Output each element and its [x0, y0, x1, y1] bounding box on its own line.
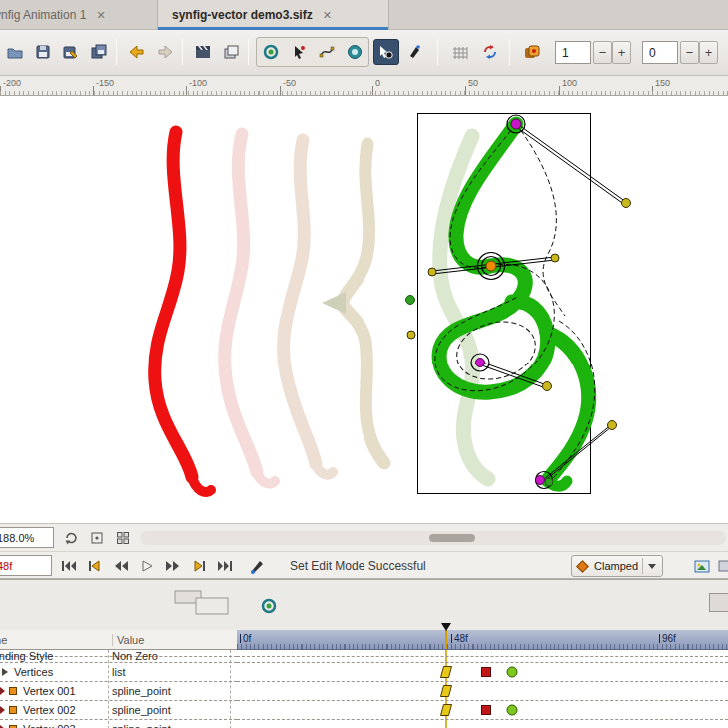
past-onion-minus-button[interactable]: −: [593, 41, 612, 64]
toggle-angle-handles-button[interactable]: [401, 39, 427, 65]
param-row[interactable]: Vertex 001spline_point: [0, 682, 237, 701]
reset-zoom-button[interactable]: [86, 527, 108, 549]
toggle-tangent-handles-button[interactable]: [314, 39, 340, 65]
tangent-handle[interactable]: [551, 254, 559, 262]
radius-handle[interactable]: [545, 478, 553, 486]
onion-skin-button[interactable]: [519, 39, 545, 65]
open-button[interactable]: [2, 39, 28, 65]
param-row[interactable]: Vertex 003spline_point: [0, 720, 237, 728]
interpolation-diamond-icon[interactable]: [9, 706, 17, 714]
clamped-waypoint[interactable]: [440, 704, 452, 716]
tab-vector-demo[interactable]: synfig-vector demo3.sifz ✕: [158, 0, 389, 30]
timetrack-row[interactable]: [237, 663, 728, 682]
future-onion-plus-button[interactable]: +: [699, 41, 718, 64]
timetrack-rows: [237, 650, 728, 728]
render-button[interactable]: [218, 39, 244, 65]
param-value[interactable]: spline_point: [112, 685, 171, 697]
param-value[interactable]: Non Zero: [112, 650, 158, 662]
vertex-handle[interactable]: [536, 476, 545, 485]
tangent-handle[interactable]: [608, 421, 617, 430]
column-header-name[interactable]: Name: [0, 634, 7, 646]
width-handle[interactable]: [407, 331, 415, 339]
tcb-waypoint[interactable]: [506, 704, 518, 716]
save-all-button[interactable]: [86, 39, 112, 65]
constant-waypoint[interactable]: [480, 666, 492, 678]
prev-keyframe-button[interactable]: [82, 555, 108, 577]
toggle-width-handles-button[interactable]: [373, 39, 399, 65]
canvas-workarea[interactable]: [0, 96, 728, 523]
param-name: Vertex 003: [23, 723, 76, 728]
param-row[interactable]: Verticeslist: [0, 663, 237, 682]
tab-animation-1[interactable]: Synfig Animation 1 ✕: [0, 0, 158, 30]
expander-icon[interactable]: [2, 668, 8, 676]
param-value[interactable]: spline_point: [112, 704, 171, 716]
next-frame-button[interactable]: [160, 555, 186, 577]
horizontal-ruler[interactable]: -200-150-100-50050100150: [0, 76, 728, 96]
ghost-arrow: [322, 292, 346, 314]
status-message: Set Edit Mode Successful: [290, 559, 426, 573]
canvas-hscrollbar[interactable]: [140, 531, 726, 545]
toggle-position-handles-button[interactable]: [258, 39, 284, 65]
dock-grip[interactable]: [174, 590, 232, 616]
red-layer[interactable]: [155, 132, 211, 492]
tangent-handle[interactable]: [428, 268, 436, 276]
constant-waypoint[interactable]: [480, 704, 492, 716]
time-cursor-head[interactable]: [441, 623, 451, 631]
timetrack-row[interactable]: [237, 701, 728, 720]
past-onion-spin[interactable]: [555, 41, 591, 64]
close-icon[interactable]: ✕: [323, 9, 332, 22]
refresh-view-button[interactable]: [60, 527, 82, 549]
time-cursor[interactable]: [445, 630, 447, 650]
position-handle[interactable]: [406, 296, 415, 305]
undo-button[interactable]: [124, 39, 150, 65]
timetrack-row[interactable]: [237, 682, 728, 701]
seek-end-button[interactable]: [212, 555, 238, 577]
play-button[interactable]: [134, 555, 160, 577]
toggle-radius-handles-button[interactable]: [342, 39, 367, 65]
timebar[interactable]: 0f48f96f: [237, 630, 728, 650]
cursor-icon: [291, 44, 307, 60]
interpolation-diamond-icon[interactable]: [9, 687, 17, 695]
toolbar-overflow-button[interactable]: [715, 555, 728, 577]
ruler-label: -50: [283, 78, 296, 88]
tab-bar: Synfig Animation 1 ✕ synfig-vector demo3…: [0, 0, 728, 30]
param-row[interactable]: Vertex 002spline_point: [0, 701, 237, 720]
prev-frame-button[interactable]: [108, 555, 134, 577]
past-onion-plus-button[interactable]: +: [612, 41, 631, 64]
param-value[interactable]: spline_point: [112, 723, 171, 728]
panel-menu-button[interactable]: [709, 593, 728, 612]
future-onion-spin[interactable]: [642, 41, 678, 64]
snap-grid-button[interactable]: [477, 39, 503, 65]
scrollbar-handle[interactable]: [429, 534, 475, 542]
fit-canvas-button[interactable]: [112, 527, 134, 549]
default-interpolation-dropdown[interactable]: Clamped: [571, 555, 663, 577]
close-icon[interactable]: ✕: [96, 9, 105, 22]
tcb-waypoint[interactable]: [506, 666, 518, 678]
save-as-button[interactable]: [58, 39, 84, 65]
animate-mode-button[interactable]: [244, 555, 270, 577]
current-time-input[interactable]: [0, 555, 52, 576]
param-value[interactable]: list: [112, 666, 125, 678]
redo-button[interactable]: [152, 39, 178, 65]
seek-begin-button[interactable]: [56, 555, 82, 577]
next-keyframe-button[interactable]: [186, 555, 212, 577]
preview-button[interactable]: [190, 39, 216, 65]
preview-window-button[interactable]: [689, 555, 715, 577]
save-button[interactable]: [30, 39, 56, 65]
toggle-vertex-handles-button[interactable]: [286, 39, 312, 65]
vertex-handle[interactable]: [476, 359, 485, 367]
param-row[interactable]: Winding StyleNon Zero: [0, 650, 237, 663]
clamped-waypoint[interactable]: [440, 685, 452, 697]
zoom-input[interactable]: [0, 527, 54, 548]
vertex-handle[interactable]: [486, 261, 496, 271]
timetrack-row[interactable]: [237, 720, 728, 728]
show-grid-button[interactable]: [447, 39, 473, 65]
column-header-value[interactable]: Value: [112, 634, 144, 646]
tangent-handle[interactable]: [543, 382, 552, 391]
tangent-handle[interactable]: [622, 199, 631, 208]
param-name: Vertex 002: [23, 704, 76, 716]
clamped-waypoint[interactable]: [440, 666, 452, 678]
timetrack-row[interactable]: [237, 650, 728, 663]
vertex-handle[interactable]: [511, 119, 521, 129]
future-onion-minus-button[interactable]: −: [680, 41, 699, 64]
